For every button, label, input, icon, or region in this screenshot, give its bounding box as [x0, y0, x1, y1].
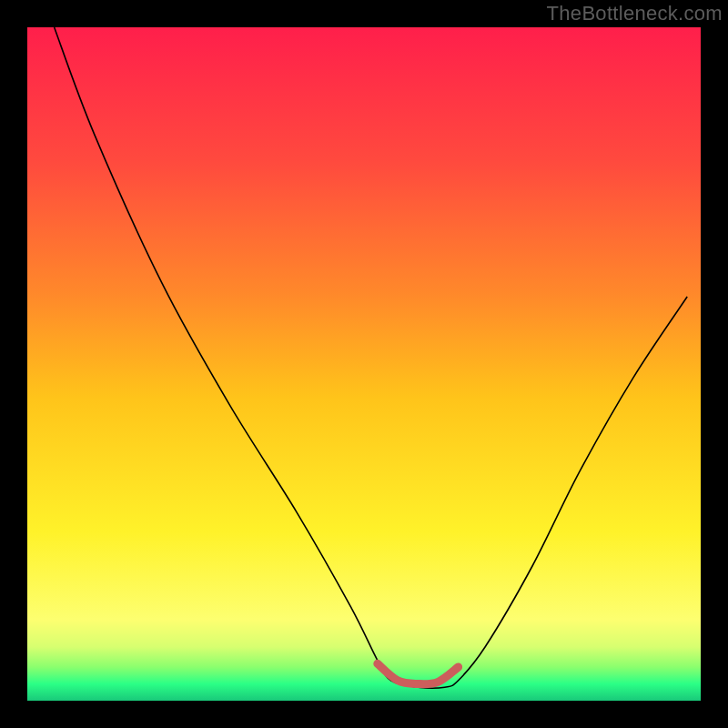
chart-frame: TheBottleneck.com: [0, 0, 728, 728]
bottleneck-chart: [0, 0, 728, 728]
watermark-text: TheBottleneck.com: [547, 2, 723, 25]
plot-background: [27, 27, 701, 701]
